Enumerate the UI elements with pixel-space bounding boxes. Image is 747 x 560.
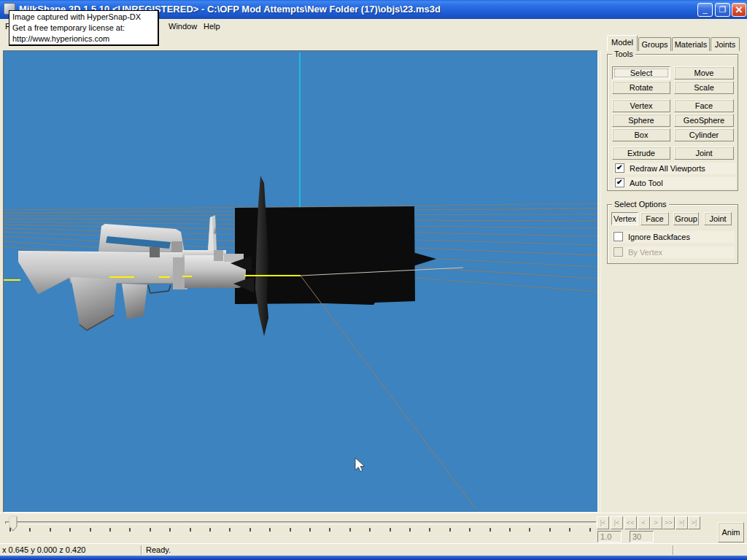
timeline-track[interactable]	[5, 521, 597, 524]
check-icon: ✔	[616, 178, 622, 186]
tooltip-line2: Get a free temporary license at:	[12, 23, 155, 34]
minimize-button[interactable]: _	[697, 3, 713, 17]
tooltip-line1: Image captured with HyperSnap-DX	[12, 12, 155, 23]
tab-model[interactable]: Model	[607, 35, 638, 51]
right-panel: Model Groups Materials Joints Tools Sele…	[605, 34, 744, 513]
anim-nextkey-button[interactable]: >|	[676, 516, 688, 529]
timeline-ticks	[9, 528, 597, 532]
client-area: Model Groups Materials Joints Tools Sele…	[0, 34, 747, 513]
status-divider2	[673, 545, 674, 555]
selopt-vertex-button[interactable]: Vertex	[611, 212, 638, 225]
tool-rotate-button[interactable]: Rotate	[612, 81, 670, 94]
autotool-checkbox-row: ✔ Auto Tool	[614, 177, 736, 189]
status-coords: x 0.645 y 0.000 z 0.420	[2, 545, 85, 554]
hypersnap-tooltip: Image captured with HyperSnap-DX Get a f…	[9, 10, 159, 46]
tab-joints[interactable]: Joints	[711, 37, 740, 51]
rifle-model	[18, 215, 246, 330]
check-icon: ✔	[616, 163, 622, 171]
ignore-backfaces-checkbox[interactable]	[614, 232, 623, 241]
redraw-checkbox-row: ✔ Redraw All Viewports	[614, 163, 736, 174]
tool-box-button[interactable]: Box	[612, 128, 670, 141]
selopt-group-button[interactable]: Group	[673, 212, 699, 225]
selopt-joint-button[interactable]: Joint	[704, 212, 732, 225]
tab-groups[interactable]: Groups	[638, 37, 671, 51]
anim-first-button[interactable]: |<	[597, 516, 609, 529]
anim-rew-button[interactable]: <<	[624, 516, 637, 529]
tool-select-button[interactable]: Select	[612, 66, 670, 79]
anim-ff-button[interactable]: >>	[662, 516, 675, 529]
byvertex-row: By Vertex	[612, 246, 735, 258]
menu-help[interactable]: Help	[200, 20, 224, 32]
tool-joint-button[interactable]: Joint	[674, 147, 734, 160]
autotool-checkbox[interactable]: ✔	[615, 178, 624, 187]
tools-groupbox: Tools Select Move Rotate Scale Vertex Fa…	[607, 54, 738, 191]
anim-play-button[interactable]: >	[650, 516, 662, 529]
select-options-groupbox: Select Options Vertex Face Group Joint I…	[607, 204, 738, 264]
tooltip-line3: http://www.hyperionics.com	[12, 34, 155, 44]
timeline-bar: |< |< << < > >> >| >| 1.0 30 Anim	[0, 513, 747, 543]
tool-face-button[interactable]: Face	[674, 99, 734, 112]
selopt-face-button[interactable]: Face	[640, 212, 669, 225]
restore-button[interactable]: ❐	[715, 3, 730, 17]
menu-window[interactable]: Window	[165, 20, 201, 32]
bone-line-diag	[301, 276, 476, 509]
status-ready: Ready.	[146, 545, 171, 554]
byvertex-checkbox	[614, 247, 623, 257]
tool-extrude-button[interactable]: Extrude	[612, 147, 670, 160]
autotool-label: Auto Tool	[630, 179, 663, 187]
anim-back-button[interactable]: <	[638, 516, 650, 529]
anim-frames-field[interactable]: 30	[630, 531, 654, 542]
status-bar: x 0.645 y 0.000 z 0.420 Ready.	[0, 543, 747, 556]
tool-vertex-button[interactable]: Vertex	[612, 99, 670, 112]
viewport-3d[interactable]	[3, 50, 598, 513]
anim-speed-field[interactable]: 1.0	[597, 531, 622, 542]
window-bottom-frame	[0, 556, 747, 560]
tool-sphere-button[interactable]: Sphere	[612, 114, 670, 127]
tool-move-button[interactable]: Move	[674, 66, 734, 79]
byvertex-label: By Vertex	[628, 248, 662, 257]
anim-toggle-button[interactable]: Anim	[718, 522, 744, 542]
redraw-label: Redraw All Viewports	[630, 164, 705, 173]
mouse-cursor	[355, 458, 365, 472]
viewport-scene	[4, 51, 597, 512]
tool-scale-button[interactable]: Scale	[674, 81, 734, 94]
tool-geosphere-button[interactable]: GeoSphere	[674, 114, 734, 127]
select-options-label: Select Options	[612, 200, 669, 209]
status-divider	[141, 545, 142, 555]
tab-strip: Model Groups Materials Joints	[607, 35, 743, 51]
anim-last-button[interactable]: >|	[688, 516, 700, 529]
tool-cylinder-button[interactable]: Cylinder	[674, 128, 734, 141]
tab-materials[interactable]: Materials	[672, 37, 710, 51]
redraw-checkbox[interactable]: ✔	[615, 163, 624, 173]
ignore-backfaces-label: Ignore Backfaces	[628, 233, 690, 241]
ignore-backfaces-row: Ignore Backfaces	[612, 231, 735, 243]
close-button[interactable]: ✕	[732, 3, 746, 17]
anim-prevkey-button[interactable]: |<	[611, 516, 623, 529]
panel-splitter[interactable]	[600, 50, 601, 513]
